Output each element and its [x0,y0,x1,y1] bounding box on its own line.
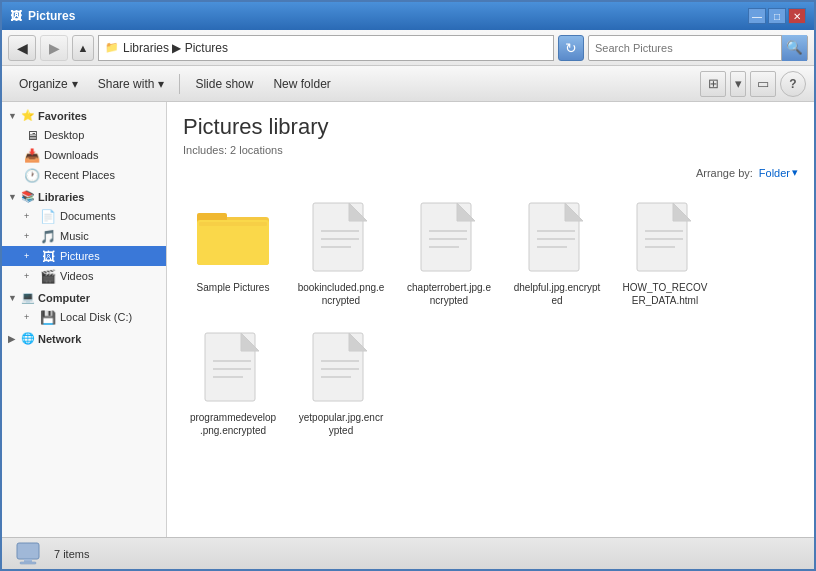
localdisk-label: Local Disk (C:) [60,311,132,323]
sidebar-item-downloads[interactable]: 📥 Downloads [2,145,166,165]
videos-icon: 🎬 [40,268,56,284]
content-header: Pictures library Includes: 2 locations [183,114,798,156]
list-item[interactable]: Sample Pictures [183,191,283,313]
window-title: Pictures [28,9,75,23]
address-bar: ◀ ▶ ▲ 📁 Libraries ▶ Pictures ↻ 🔍 [2,30,814,66]
search-icon: 🔍 [786,40,803,55]
list-item[interactable]: programmedevelop.png.encrypted [183,321,283,443]
doc-icon-large [629,197,701,277]
sidebar-section-network: ▶ 🌐 Network [2,329,166,348]
pictures-expand-icon: + [24,251,34,261]
view-dropdown-button[interactable]: ▾ [730,71,746,97]
documents-label: Documents [60,210,116,222]
doc-icon-large [197,327,269,407]
sidebar-header-computer[interactable]: ▼ 💻 Computer [2,288,166,307]
search-input[interactable] [589,42,781,54]
svg-rect-3 [199,222,267,226]
list-item[interactable]: bookincluded.png.encrypted [291,191,391,313]
expand-favorites-icon: ▼ [8,111,18,121]
path-icon: 📁 [105,41,119,54]
arrange-dropdown-button[interactable]: Folder ▾ [759,166,798,179]
new-folder-button[interactable]: New folder [264,70,339,98]
path-text: Libraries ▶ Pictures [123,41,228,55]
list-item[interactable]: yetpopular.jpg.encrypted [291,321,391,443]
music-icon: 🎵 [40,228,56,244]
sidebar-item-recent-places[interactable]: 🕐 Recent Places [2,165,166,185]
doc-icon-large [305,327,377,407]
sidebar-header-libraries[interactable]: ▼ 📚 Libraries [2,187,166,206]
search-button[interactable]: 🔍 [781,35,807,61]
library-subtitle: Includes: 2 locations [183,144,798,156]
help-button[interactable]: ? [780,71,806,97]
file-item-name: yetpopular.jpg.encrypted [297,411,385,437]
computer-label: Computer [38,292,90,304]
up-button[interactable]: ▲ [72,35,94,61]
address-path[interactable]: 📁 Libraries ▶ Pictures [98,35,554,61]
sidebar-section-computer: ▼ 💻 Computer + 💾 Local Disk (C:) [2,288,166,327]
list-item[interactable]: chapterrobert.jpg.encrypted [399,191,499,313]
view-toggle-button[interactable]: ⊞ [700,71,726,97]
sidebar-header-network[interactable]: ▶ 🌐 Network [2,329,166,348]
sidebar-item-local-disk[interactable]: + 💾 Local Disk (C:) [2,307,166,327]
videos-expand-icon: + [24,271,34,281]
refresh-button[interactable]: ↻ [558,35,584,61]
main-area: ▼ ⭐ Favorites 🖥 Desktop 📥 Downloads 🕐 Re… [2,102,814,537]
slideshow-label: Slide show [195,77,253,91]
share-arrow: ▾ [158,77,164,91]
sidebar-item-documents[interactable]: + 📄 Documents [2,206,166,226]
sidebar-item-pictures[interactable]: + 🖼 Pictures [2,246,166,266]
svg-rect-2 [197,220,269,265]
desktop-icon: 🖥 [24,127,40,143]
sidebar-item-music[interactable]: + 🎵 Music [2,226,166,246]
window: 🖼 Pictures — □ ✕ ◀ ▶ ▲ 📁 Libraries ▶ Pic… [0,0,816,571]
sidebar-item-videos[interactable]: + 🎬 Videos [2,266,166,286]
file-item-name: HOW_TO_RECOVER_DATA.html [621,281,709,307]
minimize-button[interactable]: — [748,8,766,24]
sidebar-header-favorites[interactable]: ▼ ⭐ Favorites [2,106,166,125]
view-list-button[interactable]: ▭ [750,71,776,97]
downloads-label: Downloads [44,149,98,161]
computer-status-icon [14,540,42,568]
arrange-bar: Arrange by: Folder ▾ [183,166,798,179]
file-item-name: bookincluded.png.encrypted [297,281,385,307]
back-icon: ◀ [17,40,28,56]
computer-icon: 💻 [21,291,35,304]
toolbar: Organize ▾ Share with ▾ Slide show New f… [2,66,814,102]
libraries-icon: 📚 [21,190,35,203]
organize-button[interactable]: Organize ▾ [10,70,87,98]
slideshow-button[interactable]: Slide show [186,70,262,98]
music-expand-icon: + [24,231,34,241]
arrange-label: Arrange by: [696,167,753,179]
back-button[interactable]: ◀ [8,35,36,61]
libraries-label: Libraries [38,191,84,203]
list-item[interactable]: HOW_TO_RECOVER_DATA.html [615,191,715,313]
organize-arrow: ▾ [72,77,78,91]
expand-libraries-icon: ▼ [8,192,18,202]
view-icon: ⊞ [708,76,719,91]
close-button[interactable]: ✕ [788,8,806,24]
list-item[interactable]: dhelpful.jpg.encrypted [507,191,607,313]
folder-icon-large [197,197,269,277]
sidebar-item-desktop[interactable]: 🖥 Desktop [2,125,166,145]
content-area: Pictures library Includes: 2 locations A… [167,102,814,537]
toolbar-sep-1 [179,74,180,94]
doc-icon-large [413,197,485,277]
help-icon: ? [789,77,796,91]
window-icon: 🖼 [10,9,22,23]
documents-icon: 📄 [40,208,56,224]
sidebar-section-favorites: ▼ ⭐ Favorites 🖥 Desktop 📥 Downloads 🕐 Re… [2,106,166,185]
favorites-label: Favorites [38,110,87,122]
share-label: Share with [98,77,155,91]
forward-button[interactable]: ▶ [40,35,68,61]
refresh-icon: ↻ [565,40,577,56]
share-with-button[interactable]: Share with ▾ [89,70,174,98]
network-icon: 🌐 [21,332,35,345]
recent-places-icon: 🕐 [24,167,40,183]
file-item-name: Sample Pictures [197,281,270,294]
toolbar-right: ⊞ ▾ ▭ ? [700,71,806,97]
maximize-button[interactable]: □ [768,8,786,24]
localdisk-expand-icon: + [24,312,34,322]
svg-rect-36 [24,559,32,562]
doc-icon-large [521,197,593,277]
sidebar-section-libraries: ▼ 📚 Libraries + 📄 Documents + 🎵 Music + … [2,187,166,286]
